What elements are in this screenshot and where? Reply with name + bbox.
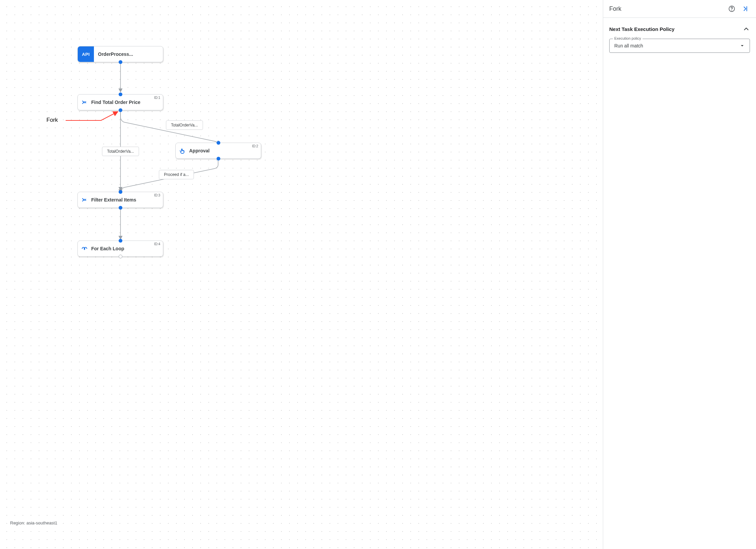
trigger-node-orderprocess[interactable]: API OrderProcess... — [77, 46, 163, 62]
collapse-icon — [742, 5, 749, 12]
node-id: ID:3 — [154, 193, 160, 197]
task-node-for-each-loop[interactable]: For Each Loop ID:4 — [77, 241, 163, 257]
node-title: Approval — [189, 148, 210, 153]
section-next-task-policy[interactable]: Next Task Execution Policy — [609, 20, 750, 39]
execution-policy-select[interactable]: Execution policy Run all match — [609, 39, 750, 53]
properties-panel: Fork Next Task Execution Policy Executio… — [603, 0, 756, 549]
panel-title: Fork — [609, 5, 723, 12]
port-out[interactable] — [118, 108, 122, 112]
annotation-label: Fork — [46, 117, 58, 123]
port-in[interactable] — [216, 141, 220, 145]
collapse-panel-button[interactable] — [741, 4, 750, 13]
node-title: Find Total Order Price — [91, 100, 140, 105]
api-icon: API — [78, 46, 94, 62]
workflow-canvas[interactable]: API OrderProcess... Find Total Order Pri… — [0, 0, 603, 549]
port-in[interactable] — [118, 239, 122, 243]
help-icon — [728, 5, 735, 12]
loop-icon — [78, 245, 91, 252]
port-in[interactable] — [118, 190, 122, 194]
data-mapping-icon — [78, 196, 91, 203]
node-title: OrderProcess... — [98, 51, 133, 57]
task-node-filter-external-items[interactable]: Filter External Items ID:3 — [77, 192, 163, 208]
task-node-approval[interactable]: Approval ID:2 — [175, 143, 261, 159]
port-in[interactable] — [118, 93, 122, 96]
node-id: ID:1 — [154, 96, 160, 100]
edge-label-total-left[interactable]: TotalOrderVa... — [102, 147, 139, 156]
task-node-find-total-order-price[interactable]: Find Total Order Price ID:1 — [77, 94, 163, 110]
node-id: ID:2 — [252, 144, 258, 148]
svg-point-1 — [731, 10, 732, 10]
node-title: For Each Loop — [91, 246, 124, 251]
approval-icon — [176, 147, 189, 154]
node-title: Filter External Items — [91, 197, 136, 203]
select-value: Run all match — [614, 43, 740, 48]
data-mapping-icon — [78, 99, 91, 106]
caret-down-icon — [740, 43, 745, 48]
edge-label-proceed[interactable]: Proceed if a... — [159, 170, 194, 179]
edges-layer — [0, 0, 603, 549]
port-out[interactable] — [118, 60, 122, 64]
section-title: Next Task Execution Policy — [609, 26, 675, 32]
edge-label-total-right[interactable]: TotalOrderVa... — [166, 120, 203, 130]
port-out[interactable] — [118, 255, 122, 258]
help-button[interactable] — [727, 4, 736, 13]
region-label: Region: asia-southeast1 — [10, 520, 57, 525]
chevron-up-icon — [743, 25, 750, 33]
panel-header: Fork — [603, 0, 756, 18]
select-legend: Execution policy — [613, 36, 643, 40]
annotation-arrow — [0, 0, 603, 549]
node-id: ID:4 — [154, 242, 160, 246]
port-out[interactable] — [118, 206, 122, 210]
port-out[interactable] — [216, 157, 220, 160]
